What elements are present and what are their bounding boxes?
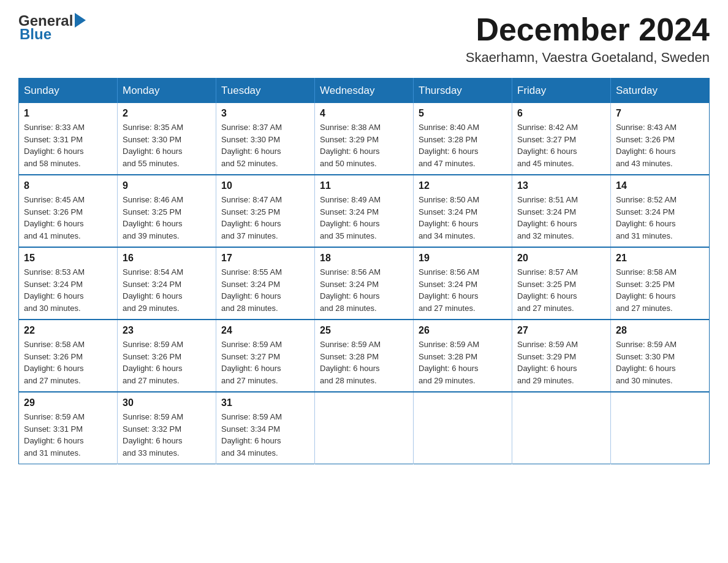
daylight-minutes: and 28 minutes. <box>320 376 377 385</box>
day-number: 2 <box>123 108 211 119</box>
calendar-day-cell: 27Sunrise: 8:59 AMSunset: 3:29 PMDayligh… <box>512 320 611 392</box>
sunset-text: Sunset: 3:26 PM <box>123 352 181 361</box>
sunset-text: Sunset: 3:27 PM <box>221 352 280 361</box>
daylight-text: Daylight: 6 hours <box>123 219 183 228</box>
sunset-text: Sunset: 3:25 PM <box>616 280 675 289</box>
daylight-text: Daylight: 6 hours <box>221 291 281 301</box>
day-info: Sunrise: 8:59 AMSunset: 3:26 PMDaylight:… <box>123 339 211 386</box>
calendar-day-cell: 6Sunrise: 8:42 AMSunset: 3:27 PMDaylight… <box>512 103 611 175</box>
sunrise-text: Sunrise: 8:45 AM <box>24 195 85 204</box>
daylight-text: Daylight: 6 hours <box>320 364 380 373</box>
sunrise-text: Sunrise: 8:59 AM <box>123 412 183 421</box>
daylight-minutes: and 27 minutes. <box>517 304 574 313</box>
column-header-thursday: Thursday <box>414 79 512 104</box>
calendar-day-cell: 8Sunrise: 8:45 AMSunset: 3:26 PMDaylight… <box>19 175 118 247</box>
sunrise-text: Sunrise: 8:52 AM <box>616 195 677 204</box>
day-number: 9 <box>123 180 211 191</box>
calendar-day-cell <box>611 392 710 464</box>
daylight-text: Daylight: 6 hours <box>517 364 577 373</box>
daylight-text: Daylight: 6 hours <box>221 364 281 373</box>
sunset-text: Sunset: 3:28 PM <box>419 352 477 361</box>
logo: General Blue <box>18 12 86 43</box>
daylight-minutes: and 30 minutes. <box>616 376 673 385</box>
calendar-day-cell: 3Sunrise: 8:37 AMSunset: 3:30 PMDaylight… <box>216 103 315 175</box>
daylight-minutes: and 31 minutes. <box>616 231 673 240</box>
column-header-saturday: Saturday <box>611 79 710 104</box>
sunrise-text: Sunrise: 8:58 AM <box>616 267 677 277</box>
day-number: 22 <box>24 325 112 336</box>
daylight-text: Daylight: 6 hours <box>123 147 183 156</box>
location-text: Skaerhamn, Vaestra Goetaland, Sweden <box>466 50 710 66</box>
daylight-text: Daylight: 6 hours <box>419 219 479 228</box>
daylight-minutes: and 30 minutes. <box>24 304 81 313</box>
sunrise-text: Sunrise: 8:55 AM <box>221 267 282 277</box>
sunrise-text: Sunrise: 8:46 AM <box>123 195 183 204</box>
sunset-text: Sunset: 3:24 PM <box>616 207 675 216</box>
calendar-day-cell: 18Sunrise: 8:56 AMSunset: 3:24 PMDayligh… <box>315 247 414 320</box>
calendar-day-cell: 7Sunrise: 8:43 AMSunset: 3:26 PMDaylight… <box>611 103 710 175</box>
calendar-day-cell: 26Sunrise: 8:59 AMSunset: 3:28 PMDayligh… <box>414 320 512 392</box>
daylight-minutes: and 52 minutes. <box>221 159 278 168</box>
sunset-text: Sunset: 3:25 PM <box>517 280 576 289</box>
day-info: Sunrise: 8:51 AMSunset: 3:24 PMDaylight:… <box>517 194 605 242</box>
calendar-day-cell: 16Sunrise: 8:54 AMSunset: 3:24 PMDayligh… <box>118 247 216 320</box>
calendar-day-cell: 13Sunrise: 8:51 AMSunset: 3:24 PMDayligh… <box>512 175 611 247</box>
day-info: Sunrise: 8:59 AMSunset: 3:31 PMDaylight:… <box>24 411 112 459</box>
calendar-day-cell: 4Sunrise: 8:38 AMSunset: 3:29 PMDaylight… <box>315 103 414 175</box>
day-info: Sunrise: 8:49 AMSunset: 3:24 PMDaylight:… <box>320 194 408 242</box>
day-info: Sunrise: 8:33 AMSunset: 3:31 PMDaylight:… <box>24 121 112 169</box>
day-number: 14 <box>616 180 704 191</box>
calendar-header-row: SundayMondayTuesdayWednesdayThursdayFrid… <box>19 79 710 104</box>
daylight-minutes: and 27 minutes. <box>616 304 673 313</box>
sunrise-text: Sunrise: 8:35 AM <box>123 123 183 132</box>
day-number: 4 <box>320 108 408 119</box>
sunrise-text: Sunrise: 8:33 AM <box>24 123 85 132</box>
column-header-friday: Friday <box>512 79 611 104</box>
daylight-text: Daylight: 6 hours <box>24 147 84 156</box>
daylight-text: Daylight: 6 hours <box>24 436 84 445</box>
calendar-day-cell: 15Sunrise: 8:53 AMSunset: 3:24 PMDayligh… <box>19 247 118 320</box>
day-info: Sunrise: 8:59 AMSunset: 3:27 PMDaylight:… <box>221 339 309 386</box>
sunrise-text: Sunrise: 8:59 AM <box>221 340 282 349</box>
sunrise-text: Sunrise: 8:57 AM <box>517 267 578 277</box>
daylight-text: Daylight: 6 hours <box>123 364 183 373</box>
day-number: 1 <box>24 108 112 119</box>
daylight-text: Daylight: 6 hours <box>419 364 479 373</box>
day-number: 27 <box>517 325 605 336</box>
calendar-day-cell: 25Sunrise: 8:59 AMSunset: 3:28 PMDayligh… <box>315 320 414 392</box>
daylight-text: Daylight: 6 hours <box>24 291 84 301</box>
sunset-text: Sunset: 3:24 PM <box>517 207 576 216</box>
sunset-text: Sunset: 3:29 PM <box>517 352 576 361</box>
daylight-text: Daylight: 6 hours <box>221 436 281 445</box>
day-number: 20 <box>517 253 605 264</box>
sunrise-text: Sunrise: 8:56 AM <box>320 267 381 277</box>
sunset-text: Sunset: 3:26 PM <box>616 135 675 144</box>
sunset-text: Sunset: 3:24 PM <box>123 280 181 289</box>
sunset-text: Sunset: 3:25 PM <box>123 207 181 216</box>
day-number: 18 <box>320 253 408 264</box>
sunset-text: Sunset: 3:24 PM <box>320 207 379 216</box>
sunrise-text: Sunrise: 8:50 AM <box>419 195 479 204</box>
calendar-day-cell: 17Sunrise: 8:55 AMSunset: 3:24 PMDayligh… <box>216 247 315 320</box>
day-info: Sunrise: 8:59 AMSunset: 3:32 PMDaylight:… <box>123 411 211 459</box>
daylight-text: Daylight: 6 hours <box>123 291 183 301</box>
sunset-text: Sunset: 3:24 PM <box>419 280 477 289</box>
daylight-minutes: and 43 minutes. <box>616 159 673 168</box>
title-section: December 2024 Skaerhamn, Vaestra Goetala… <box>466 12 710 66</box>
sunrise-text: Sunrise: 8:59 AM <box>616 340 677 349</box>
sunset-text: Sunset: 3:34 PM <box>221 424 280 434</box>
sunset-text: Sunset: 3:30 PM <box>616 352 675 361</box>
page-header: General Blue December 2024 Skaerhamn, Va… <box>18 12 710 66</box>
column-header-tuesday: Tuesday <box>216 79 315 104</box>
calendar-day-cell: 9Sunrise: 8:46 AMSunset: 3:25 PMDaylight… <box>118 175 216 247</box>
daylight-minutes: and 28 minutes. <box>320 304 377 313</box>
daylight-minutes: and 47 minutes. <box>419 159 476 168</box>
calendar-day-cell: 29Sunrise: 8:59 AMSunset: 3:31 PMDayligh… <box>19 392 118 464</box>
daylight-text: Daylight: 6 hours <box>320 291 380 301</box>
daylight-text: Daylight: 6 hours <box>616 147 676 156</box>
day-number: 24 <box>221 325 309 336</box>
day-number: 6 <box>517 108 605 119</box>
day-info: Sunrise: 8:37 AMSunset: 3:30 PMDaylight:… <box>221 121 309 169</box>
calendar-day-cell: 14Sunrise: 8:52 AMSunset: 3:24 PMDayligh… <box>611 175 710 247</box>
day-info: Sunrise: 8:45 AMSunset: 3:26 PMDaylight:… <box>24 194 112 242</box>
